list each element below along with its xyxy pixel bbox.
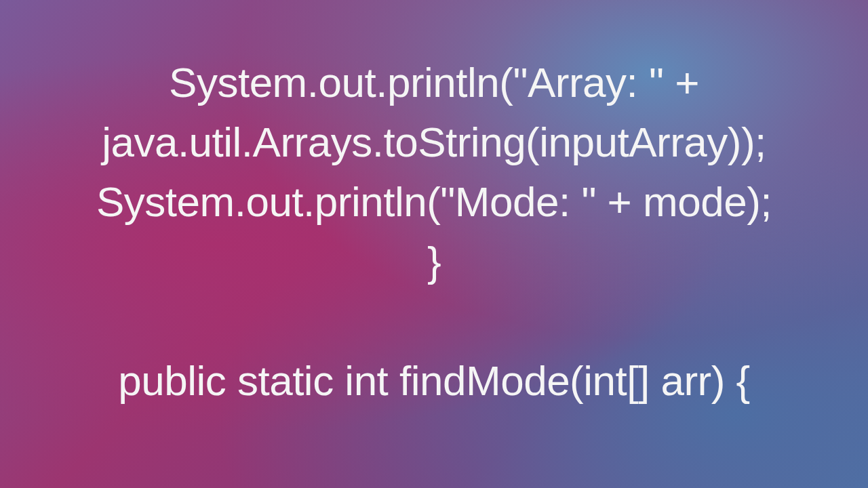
code-line-1: System.out.println("Array: " + java.util…	[34, 53, 834, 172]
code-line-3: }	[34, 232, 834, 291]
code-snippet: System.out.println("Array: " + java.util…	[0, 0, 868, 411]
code-line-2: System.out.println("Mode: " + mode);	[34, 172, 834, 232]
code-line-4	[34, 291, 834, 351]
code-line-5: public static int findMode(int[] arr) {	[34, 351, 834, 411]
